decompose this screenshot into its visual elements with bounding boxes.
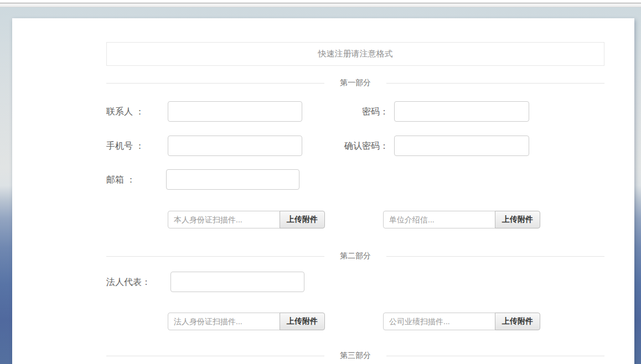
section-divider-part3: 第三部分 [106, 350, 604, 361]
browser-chrome-strip [0, 3, 641, 7]
divider-line [106, 356, 324, 356]
id-scan-upload-group: 上传附件 [168, 211, 325, 228]
section-title-part3: 第三部分 [324, 351, 386, 361]
id-scan-filename-input[interactable] [168, 211, 280, 228]
phone-input[interactable] [168, 136, 302, 156]
contact-input[interactable] [168, 101, 302, 122]
section-title-part1: 第一部分 [324, 78, 386, 88]
notice-text: 快速注册请注意格式 [318, 49, 393, 59]
password-input[interactable] [394, 101, 529, 122]
divider-line [106, 83, 324, 84]
legal-id-scan-upload-group: 上传附件 [168, 313, 325, 330]
password-label: 密码： [322, 106, 389, 118]
notice-box: 快速注册请注意格式 [106, 42, 604, 66]
intro-letter-upload-group: 上传附件 [383, 211, 540, 228]
company-performance-upload-group: 上传附件 [383, 313, 540, 330]
company-performance-filename-input[interactable] [383, 313, 495, 330]
phone-label: 手机号 ： [106, 141, 144, 152]
upload-legal-id-scan-button[interactable]: 上传附件 [280, 313, 325, 330]
confirm-password-label: 确认密码： [322, 141, 389, 152]
section-divider-part2: 第二部分 [106, 251, 604, 262]
section-divider-part1: 第一部分 [106, 77, 604, 89]
legal-representative-input[interactable] [170, 272, 304, 292]
registration-panel: 快速注册请注意格式 第一部分 联系人 ： 密码： 手机号 ： 确认密码： 邮箱 … [12, 18, 634, 364]
divider-line [386, 356, 604, 356]
divider-line [106, 256, 324, 257]
email-input[interactable] [166, 169, 299, 190]
legal-id-scan-filename-input[interactable] [168, 313, 280, 330]
upload-intro-letter-button[interactable]: 上传附件 [495, 211, 540, 228]
intro-letter-filename-input[interactable] [383, 211, 495, 228]
divider-line [386, 256, 604, 257]
contact-label: 联系人 ： [106, 106, 144, 118]
confirm-password-input[interactable] [394, 136, 529, 156]
section-title-part2: 第二部分 [324, 251, 386, 261]
divider-line [386, 83, 604, 84]
upload-company-performance-button[interactable]: 上传附件 [495, 313, 540, 330]
legal-representative-label: 法人代表： [106, 277, 151, 288]
email-label: 邮箱 ： [106, 174, 135, 186]
upload-id-scan-button[interactable]: 上传附件 [280, 211, 325, 228]
